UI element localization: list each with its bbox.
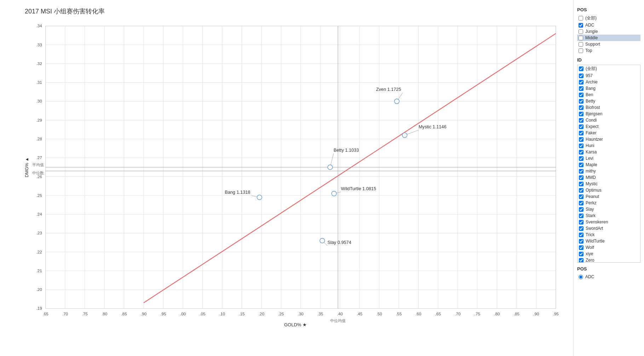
- id-checkbox-Mystic[interactable]: [579, 182, 583, 186]
- id-list-container[interactable]: (全部) 957 Archie Bang Ben Betty Biofrost …: [577, 65, 640, 263]
- id-item-Mystic[interactable]: Mystic: [577, 181, 640, 187]
- id-item-xiye[interactable]: xiye: [577, 251, 640, 257]
- id-item-Slay[interactable]: Slay: [577, 206, 640, 212]
- x-tick-label: .70: [455, 311, 461, 316]
- id-item-Svenskeren[interactable]: Svenskeren: [577, 219, 640, 225]
- pos-checkbox-ADC[interactable]: [579, 23, 583, 28]
- id-checkbox-Trick[interactable]: [579, 233, 583, 237]
- id-checkbox-Ben[interactable]: [579, 93, 583, 97]
- pos-item-Jungle[interactable]: Jungle: [577, 28, 640, 35]
- id-checkbox-Karsa[interactable]: [579, 150, 583, 154]
- id-item-Zero[interactable]: Zero: [577, 257, 640, 263]
- id-item-Bjergsen[interactable]: Bjergsen: [577, 111, 640, 117]
- point-label-Bang: Bang 1.1318: [225, 190, 250, 195]
- pos-item-Support[interactable]: Support: [577, 41, 640, 47]
- id-label-Biofrost: Biofrost: [586, 105, 600, 110]
- id-item-Levi[interactable]: Levi: [577, 155, 640, 162]
- id-checkbox-Hauntzer[interactable]: [579, 137, 583, 142]
- id-checkbox-Condi[interactable]: [579, 118, 583, 123]
- pos-bottom-item-ADC_bottom[interactable]: ADC: [577, 274, 640, 280]
- id-checkbox-Maple[interactable]: [579, 163, 583, 167]
- id-item-Betty[interactable]: Betty: [577, 98, 640, 104]
- id-checkbox-Bjergsen[interactable]: [579, 112, 583, 116]
- id-label-Svenskeren: Svenskeren: [586, 220, 608, 224]
- pos-checkbox-Support[interactable]: [579, 42, 583, 47]
- id-checkbox-Betty[interactable]: [579, 99, 583, 104]
- data-point-WildTurtle[interactable]: [332, 191, 337, 196]
- id-item-Maple[interactable]: Maple: [577, 162, 640, 168]
- id-item-mithy[interactable]: mithy: [577, 168, 640, 174]
- id-item-Wolf[interactable]: Wolf: [577, 244, 640, 251]
- id-checkbox-Archie[interactable]: [579, 80, 583, 84]
- y-tick-label: .24: [36, 212, 42, 216]
- id-checkbox-Huni[interactable]: [579, 144, 583, 148]
- id-checkbox-all_id[interactable]: [579, 66, 583, 71]
- x-tick-label: .00: [180, 311, 186, 316]
- x-tick-label: .95: [160, 311, 166, 316]
- id-checkbox-Optimus[interactable]: [579, 188, 583, 193]
- id-checkbox-Slay[interactable]: [579, 207, 583, 212]
- id-item-Karsa[interactable]: Karsa: [577, 149, 640, 155]
- id-checkbox-Expect[interactable]: [579, 124, 583, 129]
- data-point-Mystic[interactable]: [402, 133, 407, 138]
- id-checkbox-Levi[interactable]: [579, 156, 583, 161]
- id-item-Biofrost[interactable]: Biofrost: [577, 104, 640, 111]
- pos-bottom-radio-ADC_bottom[interactable]: [579, 275, 583, 279]
- pos-item-all_pos[interactable]: (全部): [577, 14, 640, 22]
- id-checkbox-xiye[interactable]: [579, 252, 583, 256]
- id-item-WildTurtle[interactable]: WildTurtle: [577, 238, 640, 244]
- id-item-Archie[interactable]: Archie: [577, 79, 640, 85]
- data-point-Bang[interactable]: [257, 195, 262, 200]
- pos-item-Middle[interactable]: Middle: [577, 35, 640, 41]
- y-axis-title: DMG% ▲: [24, 157, 29, 177]
- id-checkbox-Svenskeren[interactable]: [579, 220, 583, 224]
- id-checkbox-Wolf[interactable]: [579, 245, 583, 250]
- pos-item-ADC[interactable]: ADC: [577, 22, 640, 28]
- pos-checkbox-Jungle[interactable]: [579, 29, 583, 34]
- id-label-mithy: mithy: [586, 169, 596, 174]
- id-item-MMD[interactable]: MMD: [577, 174, 640, 181]
- y-tick-label: .20: [36, 287, 42, 292]
- id-item-Stark[interactable]: Stark: [577, 212, 640, 219]
- id-checkbox-957[interactable]: [579, 74, 583, 78]
- id-checkbox-WildTurtle[interactable]: [579, 239, 583, 244]
- id-checkbox-Perkz[interactable]: [579, 201, 583, 205]
- y-tick-label: .32: [36, 61, 42, 66]
- id-item-Expect[interactable]: Expect: [577, 123, 640, 130]
- id-checkbox-Biofrost[interactable]: [579, 105, 583, 110]
- id-label-Maple: Maple: [586, 162, 597, 167]
- main-chart: .65.70.75.80.85.90.95.00.05.10.15.20.25.…: [21, 19, 570, 329]
- id-checkbox-Faker[interactable]: [579, 131, 583, 135]
- pos-checkbox-all_pos[interactable]: [579, 16, 583, 21]
- id-label-Karsa: Karsa: [586, 150, 597, 154]
- id-item-all_id[interactable]: (全部): [577, 65, 640, 72]
- id-checkbox-Stark[interactable]: [579, 214, 583, 218]
- pos-item-Top[interactable]: Top: [577, 47, 640, 54]
- id-item-Bang[interactable]: Bang: [577, 85, 640, 92]
- id-checkbox-SwordArt[interactable]: [579, 226, 583, 231]
- id-checkbox-MMD[interactable]: [579, 175, 583, 180]
- data-point-Betty[interactable]: [328, 165, 333, 170]
- id-checkbox-mithy[interactable]: [579, 169, 583, 174]
- id-item-Huni[interactable]: Huni: [577, 142, 640, 149]
- id-item-Peanut[interactable]: Peanut: [577, 193, 640, 200]
- id-checkbox-Zero[interactable]: [579, 258, 583, 263]
- id-item-SwordArt[interactable]: SwordArt: [577, 225, 640, 232]
- id-item-Hauntzer[interactable]: Hauntzer: [577, 136, 640, 142]
- id-item-Trick[interactable]: Trick: [577, 232, 640, 238]
- data-point-Zven[interactable]: [395, 99, 399, 104]
- median-x-label: 中位均值: [330, 319, 346, 323]
- x-tick-label: .95: [553, 311, 559, 316]
- id-item-Optimus[interactable]: Optimus: [577, 187, 640, 193]
- y-tick-label: .19: [36, 306, 42, 310]
- id-item-Perkz[interactable]: Perkz: [577, 200, 640, 206]
- pos-checkbox-Top[interactable]: [579, 48, 583, 53]
- pos-checkbox-Middle[interactable]: [579, 36, 583, 40]
- id-item-Ben[interactable]: Ben: [577, 92, 640, 98]
- id-item-Condi[interactable]: Condi: [577, 117, 640, 123]
- data-point-Slay[interactable]: [320, 238, 325, 243]
- id-item-957[interactable]: 957: [577, 72, 640, 79]
- id-checkbox-Bang[interactable]: [579, 86, 583, 91]
- id-item-Faker[interactable]: Faker: [577, 130, 640, 136]
- id-checkbox-Peanut[interactable]: [579, 194, 583, 199]
